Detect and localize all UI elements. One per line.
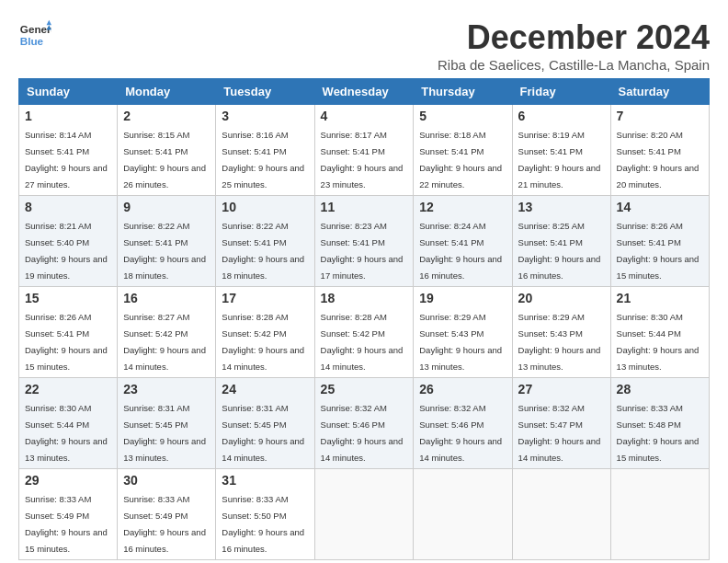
day-cell: 25 Sunrise: 8:32 AMSunset: 5:46 PMDaylig…	[314, 378, 414, 469]
day-number: 23	[123, 382, 210, 396]
day-info: Sunrise: 8:30 AMSunset: 5:44 PMDaylight:…	[25, 403, 108, 463]
day-info: Sunrise: 8:29 AMSunset: 5:43 PMDaylight:…	[518, 312, 601, 372]
day-info: Sunrise: 8:25 AMSunset: 5:41 PMDaylight:…	[518, 221, 601, 281]
day-cell: 18 Sunrise: 8:28 AMSunset: 5:42 PMDaylig…	[314, 287, 414, 378]
day-cell: 16 Sunrise: 8:27 AMSunset: 5:42 PMDaylig…	[118, 287, 216, 378]
day-cell	[512, 469, 610, 560]
day-cell: 17 Sunrise: 8:28 AMSunset: 5:42 PMDaylig…	[216, 287, 314, 378]
day-number: 14	[617, 200, 703, 214]
weekday-header-tuesday: Tuesday	[216, 79, 314, 105]
day-info: Sunrise: 8:32 AMSunset: 5:46 PMDaylight:…	[321, 403, 404, 463]
day-number: 25	[321, 382, 408, 396]
day-number: 21	[617, 291, 703, 305]
weekday-header-wednesday: Wednesday	[314, 79, 414, 105]
week-row-3: 15 Sunrise: 8:26 AMSunset: 5:41 PMDaylig…	[19, 287, 710, 378]
day-info: Sunrise: 8:26 AMSunset: 5:41 PMDaylight:…	[617, 221, 700, 281]
day-info: Sunrise: 8:30 AMSunset: 5:44 PMDaylight:…	[617, 312, 700, 372]
day-info: Sunrise: 8:14 AMSunset: 5:41 PMDaylight:…	[25, 130, 108, 190]
week-row-1: 1 Sunrise: 8:14 AMSunset: 5:41 PMDayligh…	[19, 105, 710, 196]
day-number: 10	[222, 200, 308, 214]
day-cell: 13 Sunrise: 8:25 AMSunset: 5:41 PMDaylig…	[512, 196, 610, 287]
day-number: 15	[25, 291, 111, 305]
day-info: Sunrise: 8:23 AMSunset: 5:41 PMDaylight:…	[321, 221, 404, 281]
day-number: 29	[25, 473, 111, 488]
svg-text:Blue: Blue	[20, 35, 44, 47]
day-info: Sunrise: 8:27 AMSunset: 5:42 PMDaylight:…	[123, 312, 206, 372]
day-cell: 12 Sunrise: 8:24 AMSunset: 5:41 PMDaylig…	[414, 196, 512, 287]
day-cell: 29 Sunrise: 8:33 AMSunset: 5:49 PMDaylig…	[19, 469, 118, 560]
day-number: 22	[25, 382, 111, 396]
day-cell	[314, 469, 414, 560]
day-info: Sunrise: 8:31 AMSunset: 5:45 PMDaylight:…	[222, 403, 304, 463]
day-number: 30	[123, 473, 210, 488]
weekday-header-friday: Friday	[512, 79, 610, 105]
page-header: General Blue December 2024 Riba de Saeli…	[18, 18, 710, 73]
day-cell: 28 Sunrise: 8:33 AMSunset: 5:48 PMDaylig…	[610, 378, 709, 469]
day-info: Sunrise: 8:28 AMSunset: 5:42 PMDaylight:…	[321, 312, 404, 372]
day-number: 11	[321, 200, 408, 214]
day-info: Sunrise: 8:22 AMSunset: 5:41 PMDaylight:…	[222, 221, 304, 281]
week-row-2: 8 Sunrise: 8:21 AMSunset: 5:40 PMDayligh…	[19, 196, 710, 287]
day-number: 9	[123, 200, 210, 214]
day-number: 8	[25, 200, 111, 214]
day-cell: 14 Sunrise: 8:26 AMSunset: 5:41 PMDaylig…	[610, 196, 709, 287]
day-info: Sunrise: 8:32 AMSunset: 5:46 PMDaylight:…	[419, 403, 502, 463]
day-number: 19	[419, 291, 506, 305]
day-cell: 7 Sunrise: 8:20 AMSunset: 5:41 PMDayligh…	[610, 105, 709, 196]
day-cell: 27 Sunrise: 8:32 AMSunset: 5:47 PMDaylig…	[512, 378, 610, 469]
weekday-header-row: SundayMondayTuesdayWednesdayThursdayFrid…	[19, 79, 710, 105]
day-number: 28	[617, 382, 703, 396]
day-info: Sunrise: 8:24 AMSunset: 5:41 PMDaylight:…	[419, 221, 502, 281]
day-cell: 21 Sunrise: 8:30 AMSunset: 5:44 PMDaylig…	[610, 287, 709, 378]
day-info: Sunrise: 8:21 AMSunset: 5:40 PMDaylight:…	[25, 221, 108, 281]
day-cell: 6 Sunrise: 8:19 AMSunset: 5:41 PMDayligh…	[512, 105, 610, 196]
weekday-header-saturday: Saturday	[610, 79, 709, 105]
day-number: 13	[518, 200, 605, 214]
day-cell	[414, 469, 512, 560]
day-number: 27	[518, 382, 605, 396]
day-number: 7	[617, 109, 703, 123]
weekday-header-thursday: Thursday	[414, 79, 512, 105]
week-row-5: 29 Sunrise: 8:33 AMSunset: 5:49 PMDaylig…	[19, 469, 710, 560]
day-cell: 15 Sunrise: 8:26 AMSunset: 5:41 PMDaylig…	[19, 287, 118, 378]
day-number: 2	[123, 109, 210, 123]
day-number: 17	[222, 291, 308, 305]
day-cell: 11 Sunrise: 8:23 AMSunset: 5:41 PMDaylig…	[314, 196, 414, 287]
day-number: 20	[518, 291, 605, 305]
day-cell	[610, 469, 709, 560]
day-cell: 1 Sunrise: 8:14 AMSunset: 5:41 PMDayligh…	[19, 105, 118, 196]
weekday-header-sunday: Sunday	[19, 79, 118, 105]
day-cell: 4 Sunrise: 8:17 AMSunset: 5:41 PMDayligh…	[314, 105, 414, 196]
day-info: Sunrise: 8:33 AMSunset: 5:48 PMDaylight:…	[617, 403, 700, 463]
day-cell: 8 Sunrise: 8:21 AMSunset: 5:40 PMDayligh…	[19, 196, 118, 287]
day-info: Sunrise: 8:33 AMSunset: 5:49 PMDaylight:…	[123, 494, 206, 554]
day-number: 26	[419, 382, 506, 396]
day-cell: 19 Sunrise: 8:29 AMSunset: 5:43 PMDaylig…	[414, 287, 512, 378]
day-number: 18	[321, 291, 408, 305]
calendar-table: SundayMondayTuesdayWednesdayThursdayFrid…	[18, 78, 710, 560]
day-info: Sunrise: 8:32 AMSunset: 5:47 PMDaylight:…	[518, 403, 601, 463]
day-number: 16	[123, 291, 210, 305]
day-info: Sunrise: 8:28 AMSunset: 5:42 PMDaylight:…	[222, 312, 304, 372]
month-title: December 2024	[438, 18, 710, 57]
title-section: December 2024 Riba de Saelices, Castille…	[438, 18, 710, 73]
day-cell: 24 Sunrise: 8:31 AMSunset: 5:45 PMDaylig…	[216, 378, 314, 469]
day-info: Sunrise: 8:26 AMSunset: 5:41 PMDaylight:…	[25, 312, 108, 372]
day-info: Sunrise: 8:19 AMSunset: 5:41 PMDaylight:…	[518, 130, 601, 190]
day-cell: 10 Sunrise: 8:22 AMSunset: 5:41 PMDaylig…	[216, 196, 314, 287]
day-cell: 3 Sunrise: 8:16 AMSunset: 5:41 PMDayligh…	[216, 105, 314, 196]
day-number: 3	[222, 109, 308, 123]
day-cell: 26 Sunrise: 8:32 AMSunset: 5:46 PMDaylig…	[414, 378, 512, 469]
day-cell: 2 Sunrise: 8:15 AMSunset: 5:41 PMDayligh…	[118, 105, 216, 196]
day-cell: 9 Sunrise: 8:22 AMSunset: 5:41 PMDayligh…	[118, 196, 216, 287]
day-number: 6	[518, 109, 605, 123]
day-info: Sunrise: 8:33 AMSunset: 5:49 PMDaylight:…	[25, 494, 108, 554]
day-number: 1	[25, 109, 111, 123]
day-info: Sunrise: 8:31 AMSunset: 5:45 PMDaylight:…	[123, 403, 206, 463]
day-number: 24	[222, 382, 308, 396]
location: Riba de Saelices, Castille-La Mancha, Sp…	[438, 57, 710, 73]
day-cell: 30 Sunrise: 8:33 AMSunset: 5:49 PMDaylig…	[118, 469, 216, 560]
day-cell: 31 Sunrise: 8:33 AMSunset: 5:50 PMDaylig…	[216, 469, 314, 560]
day-info: Sunrise: 8:17 AMSunset: 5:41 PMDaylight:…	[321, 130, 404, 190]
day-cell: 22 Sunrise: 8:30 AMSunset: 5:44 PMDaylig…	[19, 378, 118, 469]
